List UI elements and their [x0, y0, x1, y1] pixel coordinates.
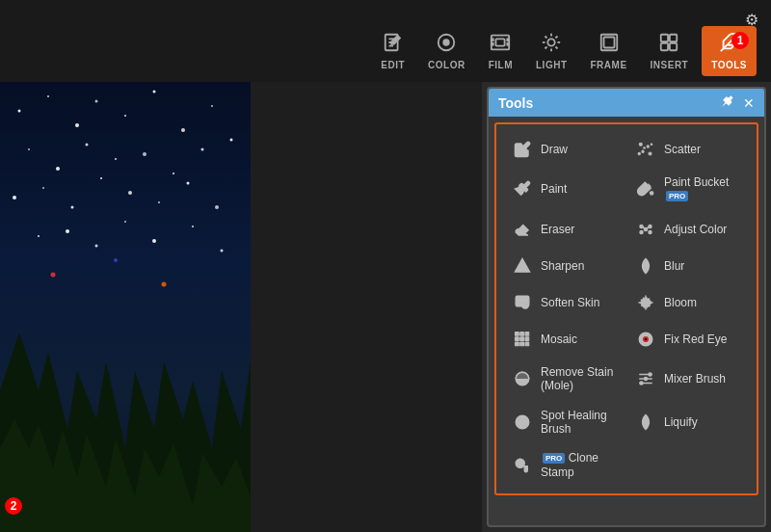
svg-point-73	[649, 225, 651, 227]
svg-point-60	[162, 282, 167, 287]
remove-stain-icon	[512, 368, 533, 389]
draw-icon	[512, 139, 533, 160]
tool-mosaic[interactable]: Mosaic	[504, 322, 625, 357]
svg-point-36	[28, 148, 30, 150]
svg-rect-88	[516, 332, 519, 335]
scatter-icon	[635, 139, 656, 160]
tool-spot-healing[interactable]: Spot Healing Brush	[504, 402, 625, 443]
toolbar-item-film[interactable]: FILM	[479, 26, 522, 76]
svg-point-57	[221, 250, 224, 253]
tool-adjust-color[interactable]: Adjust Color	[627, 212, 749, 247]
edit-label: EDIT	[381, 60, 405, 70]
svg-point-108	[516, 459, 524, 467]
mixer-brush-label: Mixer Brush	[664, 372, 726, 386]
tools-header-icons: ✕	[722, 94, 755, 111]
close-icon[interactable]: ✕	[743, 95, 755, 111]
tool-draw[interactable]: Draw	[504, 132, 625, 167]
svg-rect-89	[520, 332, 524, 335]
svg-rect-21	[670, 34, 677, 40]
svg-rect-92	[520, 337, 524, 341]
bloom-label: Bloom	[664, 296, 697, 309]
svg-point-32	[153, 91, 156, 93]
svg-point-66	[649, 152, 651, 155]
eraser-icon	[512, 219, 533, 240]
toolbar-item-edit[interactable]: EDIT	[371, 26, 414, 76]
svg-point-71	[645, 227, 648, 230]
tool-sharpen[interactable]: Sharpen	[504, 249, 625, 283]
svg-point-42	[201, 148, 204, 151]
tool-fix-red-eye[interactable]: Fix Red Eye	[627, 322, 749, 357]
paint-label: Paint	[541, 182, 567, 196]
toolbar-item-color[interactable]: COLOR	[418, 26, 475, 76]
toolbar-item-light[interactable]: LIGHT	[526, 26, 577, 76]
svg-point-38	[86, 144, 89, 146]
insert-label: INSERT	[651, 60, 689, 70]
svg-point-52	[66, 229, 69, 233]
photo-background	[0, 82, 251, 532]
tool-scatter[interactable]: Scatter	[627, 132, 749, 167]
svg-point-45	[71, 206, 74, 209]
paint-bucket-icon	[635, 178, 656, 200]
toolbar-item-frame[interactable]: FRAME	[581, 26, 637, 76]
tool-remove-stain[interactable]: Remove Stain(Mole)	[504, 359, 625, 400]
tool-mixer-brush[interactable]: Mixer Brush	[627, 359, 749, 400]
liquify-icon	[635, 412, 656, 433]
toolbar-items: EDIT COLOR	[371, 26, 761, 76]
tool-paint-bucket[interactable]: Paint Bucket PRO	[627, 169, 749, 210]
remove-stain-label: Remove Stain(Mole)	[541, 365, 613, 393]
svg-rect-95	[520, 342, 524, 346]
soften-skin-label: Soften Skin	[541, 296, 599, 309]
svg-point-64	[647, 146, 649, 147]
tool-eraser[interactable]: Eraser	[504, 212, 625, 247]
svg-point-67	[644, 147, 646, 149]
tool-paint[interactable]: Paint	[504, 169, 625, 210]
scatter-label: Scatter	[664, 143, 701, 156]
paint-bucket-label: Paint Bucket PRO	[664, 175, 741, 203]
adjust-color-icon	[635, 219, 656, 240]
tool-bloom[interactable]: Bloom	[627, 285, 749, 320]
sharpen-icon	[512, 255, 533, 277]
mosaic-icon	[512, 329, 533, 350]
svg-point-30	[95, 100, 98, 103]
svg-rect-5	[492, 42, 493, 44]
svg-point-41	[173, 173, 174, 174]
svg-point-47	[128, 191, 132, 195]
frame-label: FRAME	[591, 60, 627, 70]
svg-rect-19	[603, 37, 614, 47]
svg-point-44	[42, 187, 44, 189]
svg-point-58	[51, 273, 56, 278]
toolbar-item-tools[interactable]: TOOLS 1	[702, 26, 757, 76]
svg-point-40	[143, 152, 146, 156]
clone-stamp-icon	[512, 455, 533, 476]
svg-point-50	[215, 205, 219, 209]
mosaic-label: Mosaic	[541, 332, 577, 346]
blur-icon	[635, 255, 656, 277]
svg-point-54	[124, 221, 126, 223]
fix-red-eye-label: Fix Red Eye	[664, 332, 727, 346]
tool-blur[interactable]: Blur	[627, 249, 749, 283]
paint-icon	[512, 178, 533, 200]
tools-body: Draw Scat	[494, 122, 758, 495]
tools-panel-header: Tools ✕	[489, 89, 764, 117]
toolbar-item-insert[interactable]: INSERT	[641, 26, 699, 76]
svg-point-56	[192, 226, 194, 227]
svg-rect-8	[496, 39, 505, 45]
tool-soften-skin[interactable]: Soften Skin	[504, 285, 625, 320]
svg-rect-7	[508, 42, 510, 44]
svg-rect-23	[670, 42, 677, 49]
tool-clone-stamp[interactable]: PRO Clone Stamp	[504, 444, 625, 486]
svg-point-103	[640, 382, 643, 385]
svg-point-83	[641, 298, 651, 308]
svg-point-46	[100, 177, 102, 179]
svg-rect-96	[525, 342, 529, 346]
svg-rect-20	[661, 34, 668, 40]
svg-point-2	[444, 40, 450, 45]
svg-point-69	[651, 144, 652, 146]
svg-point-65	[642, 150, 644, 152]
tool-liquify[interactable]: Liquify	[627, 402, 749, 443]
svg-rect-6	[508, 39, 510, 40]
svg-point-99	[645, 338, 647, 340]
pin-icon[interactable]	[722, 94, 735, 111]
svg-point-28	[47, 95, 49, 97]
light-icon	[541, 32, 562, 56]
